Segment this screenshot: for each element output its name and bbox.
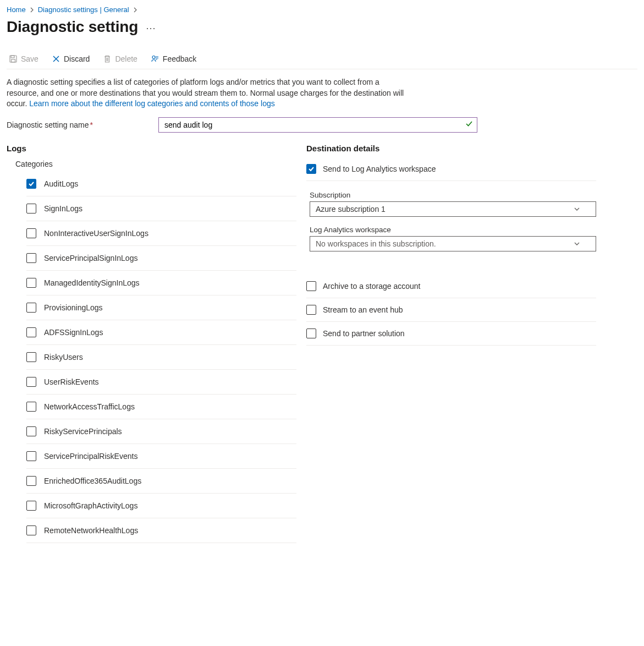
workspace-value: No workspaces in this subscription. (316, 239, 436, 248)
categories-label: Categories (15, 160, 296, 168)
discard-button[interactable]: Discard (49, 52, 92, 65)
logs-title: Logs (7, 144, 296, 153)
category-checkbox[interactable] (26, 451, 36, 461)
subscription-select[interactable]: Azure subscription 1 (310, 201, 596, 217)
close-icon (52, 54, 60, 63)
category-checkbox[interactable] (26, 253, 36, 263)
delete-button: Delete (101, 52, 139, 65)
category-checkbox[interactable] (26, 278, 36, 288)
dest-storage-row: Archive to a storage account (306, 275, 596, 298)
setting-name-input[interactable] (158, 117, 477, 133)
category-label: ServicePrincipalRiskEvents (44, 452, 137, 461)
dest-log-analytics-row: Send to Log Analytics workspace (306, 160, 596, 181)
command-bar: Save Discard Delete Feedback (7, 52, 637, 69)
category-row: ServicePrincipalRiskEvents (26, 444, 296, 469)
category-label: RiskyServicePrincipals (44, 427, 122, 436)
learn-more-link[interactable]: Learn more about the different log categ… (29, 99, 274, 108)
page-title: Diagnostic setting (7, 18, 138, 36)
category-checkbox[interactable] (26, 228, 36, 238)
category-row: EnrichedOffice365AuditLogs (26, 469, 296, 494)
feedback-button[interactable]: Feedback (148, 52, 199, 65)
delete-label: Delete (115, 54, 137, 63)
dest-log-analytics-label: Send to Log Analytics workspace (323, 165, 436, 173)
category-row: RemoteNetworkHealthLogs (26, 518, 296, 543)
category-checkbox[interactable] (26, 377, 36, 387)
category-label: ServicePrincipalSignInLogs (44, 254, 137, 262)
breadcrumb: Home Diagnostic settings | General (7, 6, 637, 14)
category-label: RiskyUsers (44, 353, 83, 362)
workspace-label: Log Analytics workspace (310, 226, 596, 234)
chevron-right-icon (133, 7, 138, 13)
category-checkbox[interactable] (26, 501, 36, 511)
destination-title: Destination details (306, 144, 596, 153)
category-label: SignInLogs (44, 204, 82, 213)
feedback-label: Feedback (163, 54, 196, 63)
svg-rect-1 (11, 56, 14, 58)
category-row: ADFSSignInLogs (26, 320, 296, 345)
save-label: Save (21, 54, 38, 63)
destination-column: Destination details Send to Log Analytic… (306, 144, 596, 543)
dest-log-analytics-checkbox[interactable] (306, 164, 316, 174)
category-label: AuditLogs (44, 179, 78, 188)
category-label: ADFSSignInLogs (44, 328, 103, 337)
workspace-select[interactable]: No workspaces in this subscription. (310, 236, 596, 251)
subscription-value: Azure subscription 1 (316, 205, 386, 213)
logs-column: Logs Categories AuditLogsSignInLogsNonIn… (7, 144, 296, 543)
feedback-icon (151, 54, 159, 63)
category-label: ManagedIdentitySignInLogs (44, 278, 140, 287)
category-row: ServicePrincipalSignInLogs (26, 246, 296, 271)
category-label: NonInteractiveUserSignInLogs (44, 229, 148, 238)
svg-point-3 (152, 56, 155, 59)
chevron-right-icon (29, 7, 35, 13)
dest-partner-checkbox[interactable] (306, 329, 316, 338)
category-label: UserRiskEvents (44, 377, 99, 386)
category-label: EnrichedOffice365AuditLogs (44, 477, 141, 485)
category-label: RemoteNetworkHealthLogs (44, 526, 138, 535)
category-row: MicrosoftGraphActivityLogs (26, 494, 296, 518)
category-checkbox[interactable] (26, 476, 36, 486)
category-label: MicrosoftGraphActivityLogs (44, 501, 137, 510)
setting-name-label: Diagnostic setting name* (7, 121, 150, 129)
category-row: NonInteractiveUserSignInLogs (26, 221, 296, 246)
dest-partner-label: Send to partner solution (323, 329, 405, 338)
dest-eventhub-label: Stream to an event hub (323, 305, 403, 314)
save-button: Save (7, 52, 41, 65)
category-row: NetworkAccessTrafficLogs (26, 395, 296, 419)
category-label: NetworkAccessTrafficLogs (44, 402, 135, 411)
dest-partner-row: Send to partner solution (306, 322, 596, 346)
dest-eventhub-checkbox[interactable] (306, 305, 316, 315)
category-checkbox[interactable] (26, 327, 36, 337)
category-row: ManagedIdentitySignInLogs (26, 271, 296, 295)
category-checkbox[interactable] (26, 204, 36, 213)
category-row: RiskyServicePrincipals (26, 419, 296, 444)
category-checkbox[interactable] (26, 402, 36, 412)
category-row: UserRiskEvents (26, 370, 296, 395)
category-checkbox[interactable] (26, 303, 36, 313)
breadcrumb-home[interactable]: Home (7, 6, 26, 14)
chevron-down-icon (574, 240, 580, 247)
category-checkbox[interactable] (26, 352, 36, 362)
intro-text: A diagnostic setting specifies a list of… (7, 77, 414, 110)
dest-eventhub-row: Stream to an event hub (306, 298, 596, 322)
category-label: ProvisioningLogs (44, 303, 103, 312)
category-checkbox[interactable] (26, 426, 36, 436)
svg-rect-2 (12, 59, 15, 62)
dest-storage-label: Archive to a storage account (323, 282, 420, 291)
category-checkbox[interactable] (26, 179, 36, 189)
breadcrumb-prev[interactable]: Diagnostic settings | General (38, 6, 129, 14)
valid-check-icon (465, 120, 473, 128)
save-icon (9, 54, 18, 63)
discard-label: Discard (64, 54, 90, 63)
subscription-label: Subscription (310, 191, 596, 199)
category-row: ProvisioningLogs (26, 295, 296, 320)
category-row: SignInLogs (26, 196, 296, 221)
trash-icon (103, 54, 112, 63)
category-row: AuditLogs (26, 172, 296, 196)
chevron-down-icon (574, 206, 580, 212)
more-actions-icon[interactable]: ⋯ (146, 21, 156, 33)
category-row: RiskyUsers (26, 345, 296, 370)
dest-storage-checkbox[interactable] (306, 281, 316, 291)
category-checkbox[interactable] (26, 525, 36, 535)
